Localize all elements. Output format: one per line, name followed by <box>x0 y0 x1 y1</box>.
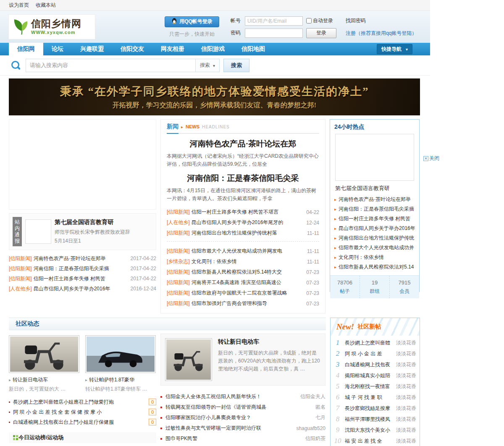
hot-list-item[interactable]: 信阳一村庄土路多年失修 村民苦 <box>334 214 415 224</box>
new-post-title[interactable]: 福 安 出 差 找 全 <box>345 438 393 445</box>
new-post-title[interactable]: 城 子 河 找 兼 职 <box>345 394 393 401</box>
hot-list-item[interactable]: 信阳市新县人民检察院依法对5.14 <box>334 262 415 272</box>
news-list-item[interactable]: [信阳新闻] 信阳一村庄土路多年失修 村民苦 2017-04-22 <box>9 274 156 284</box>
nav-tab-friends[interactable]: 信阳交友 <box>112 43 152 55</box>
news-title-link[interactable]: 昆山市信阳人同乡关于举办2016年尾牙的 <box>192 219 304 226</box>
post-author[interactable]: 信阳奶茶 <box>305 435 326 442</box>
new-post-author[interactable]: 淡淡花香 <box>396 361 416 368</box>
news-list-item[interactable]: [信阳新闻] 信阳市加强对广告商会管理和指导 07-23 <box>167 298 319 309</box>
post-author[interactable]: 七月 <box>315 414 326 421</box>
news-list-item[interactable]: [人在他乡] 昆山市信阳人同乡关于举办2016年 2016-12-24 <box>9 284 156 294</box>
thread-title[interactable]: 阿 坝 小 金 出 差 找 全 套 保 健 按 摩 小 <box>13 409 146 416</box>
post-item[interactable]: 过敏性鼻炎与支气管哮喘一定要同时治疗联 shaguafb520 <box>160 423 326 433</box>
post-title[interactable]: 过敏性鼻炎与支气管哮喘一定要同时治疗联 <box>165 425 293 432</box>
featured-listing-photo[interactable] <box>165 338 212 381</box>
listing-card[interactable]: 转让新日电动车 新日的，无可置疑的大 … <box>9 335 79 393</box>
news-title-link[interactable]: 河南信阳：正是春茶信阳毛尖采摘 <box>34 265 128 272</box>
listing-card[interactable]: 转让帕萨特1.8T豪华 转让帕萨特1.8T豪华轿车 … <box>85 335 156 393</box>
news-title-link[interactable]: 信阳市政府与中国航天十二院在京签署战略 <box>192 290 304 297</box>
new-post-author[interactable]: 淡淡花香 <box>396 383 416 390</box>
new-post-title[interactable]: 阿 坝 小 金 出 差 <box>345 350 393 357</box>
new-post-item[interactable]: 8 福州平潭哪里找楼凤 淡淡花香 <box>334 414 416 425</box>
news-category-tag[interactable]: [信阳新闻] <box>167 209 190 216</box>
new-post-author[interactable]: 淡淡花香 <box>396 372 416 379</box>
news-list-item[interactable]: [信阳新闻] 信阳一村庄土路多年失修 村民苦不堪言 04-22 <box>167 207 319 217</box>
nav-tab-games[interactable]: 信阳游戏 <box>193 43 233 55</box>
nav-tab-home[interactable]: 信阳网 <box>9 43 43 55</box>
post-title[interactable]: 信阳金夫人全体员工祝信阳人民新年快乐！ <box>165 393 297 400</box>
news-title-link[interactable]: 河南信阳出台地方性法规保护传统村落 <box>192 230 304 237</box>
new-post-author[interactable]: 淡淡花香 <box>396 339 416 347</box>
news-category-tag[interactable]: [信阳新闻] <box>167 300 190 307</box>
nav-tab-map[interactable]: 信阳地图 <box>233 43 273 55</box>
news-list-item[interactable]: [信阳新闻] 信阳市政府与中国航天十二院在京签署战略 07-23 <box>167 288 319 298</box>
news-title-link[interactable]: 昆山市信阳人同乡关于举办2016年 <box>34 285 128 292</box>
news-category-tag[interactable]: [信阳新闻] <box>167 230 190 237</box>
new-post-item[interactable]: 7 長沙窰鄉找絲足按摩 淡淡花香 <box>334 403 416 414</box>
new-post-title[interactable]: 福州平潭哪里找楼凤 <box>345 416 393 423</box>
set-homepage-link[interactable]: 设为首页 <box>9 2 29 9</box>
featured-listing-card[interactable]: 转让新日电动车 新日的，无可置疑的大品牌，9成新，绝对是原装的，60V20A的大… <box>160 334 326 386</box>
new-post-author[interactable]: 淡淡花香 <box>396 427 416 434</box>
account-input[interactable] <box>245 16 303 26</box>
stat-label[interactable]: 会员 <box>390 288 419 295</box>
qq-login-button[interactable]: 用QQ帐号登录 <box>165 16 219 27</box>
search-scope-dropdown[interactable]: 搜索 <box>196 59 220 72</box>
news-category-tag[interactable]: [信阳新闻] <box>9 275 32 282</box>
post-title[interactable]: 围巾哥PK民警 <box>165 435 302 442</box>
site-announcement[interactable]: 站内通报 第七届全国语言教育研 师范学院校长宋争辉教授致欢迎辞 5月14日至1 <box>9 213 156 250</box>
stat-label[interactable]: 群组 <box>360 288 389 295</box>
new-post-title[interactable]: 海北刚察找一夜情富 <box>345 383 393 390</box>
news-list-item[interactable]: [信阳新闻] 信阳市新县人民检察院依法对5.14特大交 07-23 <box>167 267 319 277</box>
thread-item[interactable]: 白城通榆网上找包夜出台上門小姐足疗保健服 0 <box>9 417 156 427</box>
post-item[interactable]: 围巾哥PK民警 信阳奶茶 <box>160 433 326 444</box>
nav-tab-interest-union[interactable]: 兴趣联盟 <box>72 43 112 55</box>
new-post-item[interactable]: 6 城 子 河 找 兼 职 淡淡花香 <box>334 392 416 403</box>
news-title-link[interactable]: 河南将开工4条高速路 淮滨至信阳高速公 <box>192 279 304 286</box>
new-post-item[interactable]: 9 沈阳大东找个美女小 淡淡花香 <box>334 425 416 436</box>
hot-featured-image[interactable] <box>335 134 414 181</box>
news-list-item[interactable]: [人在他乡] 昆山市信阳人同乡关于举办2016年尾牙的 12-24 <box>167 217 319 228</box>
register-link[interactable]: 注册（推荐直接用qq账号登陆） <box>346 30 417 37</box>
news-list-item[interactable]: [乡情杂志] 文化周刊：依依乡情 11-11 <box>167 256 319 267</box>
new-post-item[interactable]: 5 海北刚察找一夜情富 淡淡花香 <box>334 381 416 392</box>
nav-tab-forum[interactable]: 论坛 <box>43 43 72 55</box>
new-post-item[interactable]: 3 白城通榆网上找包夜 淡淡花香 <box>334 359 416 370</box>
hot-list-item[interactable]: 文化周刊：依依乡情 <box>334 253 415 262</box>
find-password-link[interactable]: 找回密码 <box>346 17 417 24</box>
post-item[interactable]: 信阳哪家医院治疗小儿鼻窦炎最专业？ 七月 <box>160 412 326 423</box>
post-title[interactable]: 信阳哪家医院治疗小儿鼻窦炎最专业？ <box>165 414 312 421</box>
featured-listing-title[interactable]: 转让新日电动车 <box>218 338 321 346</box>
post-author[interactable]: 匿名 <box>315 404 326 411</box>
auto-login-checkbox[interactable] <box>306 18 312 23</box>
news-title-link[interactable]: 文化周刊：依依乡情 <box>192 258 304 265</box>
search-button[interactable]: 搜索 <box>223 59 249 72</box>
post-author[interactable]: shaguafb520 <box>297 425 326 431</box>
featured-article-title[interactable]: 河南信阳：正是春茶信阳毛尖采 <box>167 173 319 184</box>
password-input[interactable] <box>245 29 303 38</box>
news-category-tag[interactable]: [信阳新闻] <box>167 290 190 297</box>
listing-title[interactable]: 转让帕萨特1.8T豪华 <box>85 376 156 383</box>
nav-tab-albums[interactable]: 网友相册 <box>152 43 193 55</box>
bookmark-link[interactable]: 收藏本站 <box>36 2 56 9</box>
hot-featured-caption[interactable]: 第七届全国语言教育研 <box>330 181 419 195</box>
thread-item[interactable]: 阿 坝 小 金 出 差 找 全 套 保 健 按 摩 小 0 <box>9 407 156 417</box>
post-item[interactable]: 转载网友至信阳领导的一封信《请管管商城县 匿名 <box>160 402 326 412</box>
hot-list-item[interactable]: 昆山市信阳人同乡关于举办2016年 <box>334 224 415 233</box>
news-category-tag[interactable]: [信阳新闻] <box>167 248 190 255</box>
site-logo[interactable]: 信阳乡情网 WWW.xyxqw.com <box>9 15 95 39</box>
new-post-item[interactable]: 2 阿 坝 小 金 出 差 淡淡花香 <box>334 348 416 359</box>
hot-list-item[interactable]: 河南特色农产品·茶叶论坛在郑举 <box>334 195 415 204</box>
thread-item[interactable]: 長沙網上怎麽叫嗇體店小姐應召上門做愛打炮 0 <box>9 397 156 407</box>
news-title-link[interactable]: 信阳市最大个人光伏发电站成功并网发电 <box>192 248 304 255</box>
new-post-title[interactable]: 沈阳大东找个美女小 <box>345 427 393 434</box>
hot-list-item[interactable]: 河南信阳出台地方性法规保护传统 <box>334 233 415 243</box>
news-list-item[interactable]: [信阳新闻] 河南信阳：正是春茶信阳毛尖采摘 2017-04-22 <box>9 263 156 274</box>
quick-nav-button[interactable]: 快捷导航 <box>377 44 412 54</box>
floating-close-button[interactable]: 关闭 <box>423 154 440 162</box>
news-list-item[interactable]: [信阳新闻] 河南信阳出台地方性法规保护传统村落 11-11 <box>167 228 319 238</box>
news-title-link[interactable]: 信阳一村庄土路多年失修 村民苦不堪言 <box>192 209 304 216</box>
new-post-item[interactable]: 1 長沙網上怎麽叫嗇體 淡淡花香 <box>334 337 416 348</box>
announcement-title[interactable]: 第七届全国语言教育研 <box>55 219 130 226</box>
new-post-title[interactable]: 長沙窰鄉找絲足按摩 <box>345 405 393 412</box>
